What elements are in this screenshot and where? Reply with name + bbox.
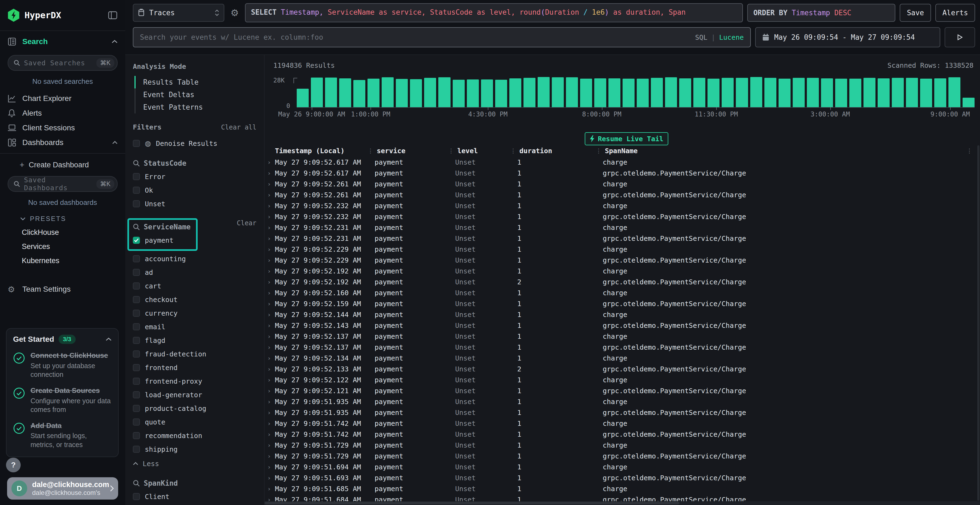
filter-option-frontend-proxy[interactable]: frontend-proxy (133, 375, 256, 387)
table-row[interactable]: ›May 27 9:09:52.261 AMpaymentUnset1grpc.… (267, 189, 976, 200)
expand-row-icon[interactable]: › (267, 420, 272, 427)
expand-row-icon[interactable]: › (267, 181, 272, 187)
checkbox[interactable] (133, 418, 140, 426)
histogram-bar[interactable] (368, 79, 379, 107)
histogram-bar[interactable] (821, 78, 833, 107)
orderby-clause-input[interactable]: ORDER BY Timestamp DESC (747, 4, 895, 22)
histogram-bar[interactable] (396, 79, 408, 107)
chevron-up-icon[interactable] (111, 40, 118, 43)
expand-row-icon[interactable]: › (267, 442, 272, 449)
column-header-timestamplocal[interactable]: Timestamp (Local) (267, 147, 368, 155)
table-row[interactable]: ›May 27 9:09:52.232 AMpaymentUnset1grpc.… (267, 211, 976, 222)
table-row[interactable]: ›May 27 9:09:51.742 AMpaymentUnset1charg… (267, 418, 976, 429)
table-row[interactable]: ›May 27 9:09:51.694 AMpaymentUnset1charg… (267, 462, 976, 472)
checkbox[interactable] (133, 391, 140, 399)
expand-row-icon[interactable]: › (267, 344, 272, 351)
histogram-bar[interactable] (679, 78, 691, 107)
histogram-bar[interactable] (934, 78, 946, 107)
checkbox[interactable] (133, 323, 140, 330)
filter-option-cart[interactable]: cart (133, 280, 256, 292)
histogram-bar[interactable] (622, 79, 635, 107)
preset-item-services[interactable]: Services (0, 240, 125, 254)
save-button[interactable]: Save (900, 4, 931, 22)
collapse-sidebar-icon[interactable] (108, 10, 118, 20)
analysis-mode-results-table[interactable]: Results Table (135, 76, 256, 89)
alerts-button[interactable]: Alerts (935, 4, 975, 22)
checkbox[interactable] (133, 255, 140, 262)
expand-row-icon[interactable]: › (267, 355, 272, 362)
expand-row-icon[interactable]: › (267, 170, 272, 176)
histogram-bar[interactable] (580, 79, 592, 107)
histogram-bar[interactable] (353, 80, 365, 107)
filter-option-payment[interactable]: payment (133, 235, 191, 246)
expand-row-icon[interactable]: › (267, 322, 272, 329)
checkbox[interactable] (133, 405, 140, 412)
sidebar-item-chart-explorer[interactable]: Chart Explorer (0, 91, 125, 106)
scrollbar-thumb[interactable] (265, 502, 679, 505)
expand-row-icon[interactable]: › (267, 333, 272, 340)
histogram-bar[interactable] (665, 77, 677, 107)
checkbox[interactable] (133, 446, 140, 453)
table-row[interactable]: ›May 27 9:09:51.685 AMpaymentUnset1charg… (267, 483, 976, 494)
sidebar-item-client-sessions[interactable]: Client Sessions (0, 121, 125, 135)
expand-row-icon[interactable]: › (267, 279, 272, 286)
expand-row-icon[interactable]: › (267, 246, 272, 253)
table-row[interactable]: ›May 27 9:09:51.935 AMpaymentUnset1charg… (267, 396, 976, 407)
language-lucene-option[interactable]: Lucene (719, 33, 744, 41)
histogram-bar[interactable] (382, 77, 394, 107)
filter-option-ad[interactable]: ad (133, 267, 256, 278)
filter-option-unset[interactable]: Unset (133, 198, 256, 210)
histogram-bar[interactable] (339, 78, 351, 107)
table-row[interactable]: ›May 27 9:09:52.231 AMpaymentUnset1charg… (267, 222, 976, 233)
source-settings-gear-icon[interactable]: ⚙ (229, 7, 241, 18)
filter-option-load-generator[interactable]: load-generator (133, 389, 256, 400)
sidebar-item-dashboards[interactable]: Dashboards (0, 135, 125, 150)
histogram-bar[interactable] (651, 78, 663, 107)
table-row[interactable]: ›May 27 9:09:52.229 AMpaymentUnset1charg… (267, 244, 976, 255)
column-header-spanname[interactable]: ⋮SpanName (596, 147, 966, 155)
expand-row-icon[interactable]: › (267, 453, 272, 460)
select-clause-input[interactable]: SELECT Timestamp, ServiceName as service… (245, 3, 743, 22)
histogram-bar[interactable] (410, 79, 422, 107)
histogram-bar[interactable] (608, 78, 620, 107)
checkbox[interactable] (133, 237, 140, 244)
histogram-bar[interactable] (850, 79, 861, 107)
sidebar-item-search[interactable]: Search (0, 33, 125, 51)
column-header-service[interactable]: ⋮service (368, 147, 448, 155)
checkbox[interactable] (133, 310, 140, 317)
table-row[interactable]: ›May 27 9:09:51.729 AMpaymentUnset1charg… (267, 440, 976, 451)
chevron-up-icon[interactable] (106, 337, 111, 341)
expand-row-icon[interactable]: › (267, 257, 272, 264)
show-less-toggle[interactable]: Less (133, 458, 256, 469)
expand-row-icon[interactable]: › (267, 224, 272, 231)
column-drag-handle-icon[interactable]: ⋮ (448, 148, 454, 154)
histogram-bar[interactable] (864, 78, 875, 107)
histogram-bar[interactable] (538, 77, 550, 107)
histogram-bar[interactable] (424, 78, 436, 107)
column-drag-handle-icon[interactable]: ⋮ (510, 148, 516, 154)
checkbox[interactable] (133, 296, 140, 303)
column-header-duration[interactable]: ⋮duration (510, 147, 596, 155)
table-row[interactable]: ›May 27 9:09:52.229 AMpaymentUnset1grpc.… (267, 255, 976, 265)
user-menu[interactable]: D dale@clickhouse.com dale@clickhouse.co… (7, 477, 118, 500)
get-started-item[interactable]: Create Data SourcesConfigure where your … (13, 386, 111, 414)
create-dashboard-button[interactable]: + Create Dashboard (0, 158, 125, 172)
sidebar-item-alerts[interactable]: Alerts (0, 106, 125, 121)
filter-option-currency[interactable]: currency (133, 308, 256, 319)
saved-searches-input[interactable]: Saved Searches ⌘K (8, 55, 118, 71)
histogram-bar[interactable] (736, 78, 748, 107)
expand-row-icon[interactable]: › (267, 431, 272, 438)
table-row[interactable]: ›May 27 9:09:51.729 AMpaymentUnset1grpc.… (267, 451, 976, 462)
table-row[interactable]: ›May 27 9:09:52.134 AMpaymentUnset1charg… (267, 353, 976, 364)
histogram-bar[interactable] (297, 89, 309, 107)
histogram-bar[interactable] (453, 80, 465, 107)
filter-option-product-catalog[interactable]: product-catalog (133, 403, 256, 414)
table-row[interactable]: ›May 27 9:09:52.133 AMpaymentUnset2grpc.… (267, 364, 976, 375)
checkbox[interactable] (133, 187, 140, 194)
expand-row-icon[interactable]: › (267, 399, 272, 405)
histogram-bar[interactable] (311, 78, 323, 107)
date-range-picker[interactable]: May 26 09:09:54 - May 27 09:09:54 (755, 27, 940, 48)
histogram-bar[interactable] (963, 98, 975, 107)
table-row[interactable]: ›May 27 9:09:52.159 AMpaymentUnset1grpc.… (267, 298, 976, 309)
presets-toggle[interactable]: PRESETS (0, 212, 125, 225)
